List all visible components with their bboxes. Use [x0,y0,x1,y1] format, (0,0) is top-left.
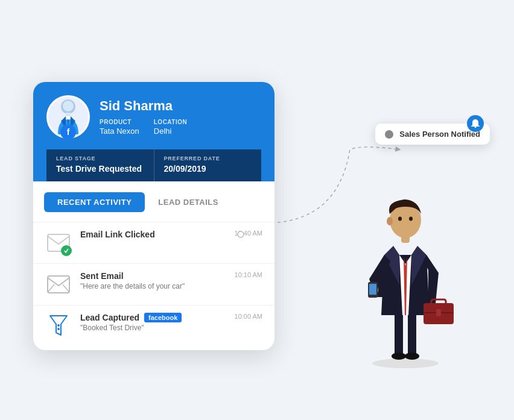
notif-dot [385,130,393,139]
lead-captured-time: 10:00 AM [235,313,262,320]
lead-captured-subtitle: "Booked Test Drive" [80,324,262,332]
bell-icon [471,119,480,128]
sent-email-subtitle: "Here are the details of your car" [80,282,262,290]
svg-rect-11 [408,309,416,357]
svg-rect-2 [66,113,71,116]
email-click-icon [45,230,72,256]
svg-point-12 [392,353,406,360]
lead-stage-item: LEAD STAGE Test Drive Requested [46,149,154,181]
scene: f Sid Sharma PRODUCT Tata Nexon LOCATION… [0,0,514,420]
svg-rect-5 [48,276,69,293]
location-meta: LOCATION Delhi [154,119,187,136]
card-header: f Sid Sharma PRODUCT Tata Nexon LOCATION… [33,82,274,181]
product-label: PRODUCT [100,119,139,125]
activity-item-email-click: 10:40 AM Email Link Clicked [33,222,274,263]
sent-email-icon [45,271,72,298]
business-person-svg [345,177,466,369]
svg-point-9 [372,359,439,368]
lead-captured-icon [45,313,72,339]
facebook-tag: facebook [144,313,182,322]
stage-bar: LEAD STAGE Test Drive Requested PREFERRE… [46,149,261,181]
tab-lead-details[interactable]: LEAD DETAILS [145,192,232,212]
svg-rect-10 [395,309,403,357]
preferred-date-label: PREFERRED DATE [164,155,252,161]
svg-rect-20 [436,309,441,316]
facebook-badge: f [60,124,76,140]
location-value: Delhi [154,127,172,136]
email-click-content: 10:40 AM Email Link Clicked [80,230,262,240]
location-label: LOCATION [154,119,187,125]
svg-point-4 [238,231,244,237]
connector-dot [237,231,244,238]
profile-name: Sid Sharma [100,98,187,114]
svg-point-23 [398,217,402,221]
business-person-illustration [345,177,466,372]
product-meta: PRODUCT Tata Nexon [100,119,139,136]
svg-point-13 [405,353,419,360]
email-icon-2 [47,275,70,293]
lead-stage-label: LEAD STAGE [56,155,144,161]
svg-point-25 [387,217,393,225]
activity-item-lead-captured: 10:00 AM Lead Captured facebook "Booked … [33,305,274,346]
preferred-date-item: PREFERRED DATE 20/09/2019 [154,149,262,181]
lead-captured-content: 10:00 AM Lead Captured facebook "Booked … [80,313,262,332]
activity-item-sent-email: 10:10 AM Sent Email "Here are the detail… [33,263,274,305]
svg-rect-8 [475,127,477,128]
svg-rect-16 [369,284,376,295]
sent-email-time: 10:10 AM [235,271,262,278]
tabs: RECENT ACTIVITY LEAD DETAILS [33,192,274,212]
svg-point-24 [409,217,413,221]
bell-icon-wrap [467,115,484,132]
profile-meta: PRODUCT Tata Nexon LOCATION Delhi [100,119,187,136]
tab-recent-activity[interactable]: RECENT ACTIVITY [44,192,145,212]
svg-point-7 [57,328,60,330]
svg-point-6 [57,324,60,327]
check-icon [61,245,72,256]
activity-list: 10:40 AM Email Link Clicked [33,218,274,350]
notification-text: Sales Person Notified [399,130,480,139]
card-body: RECENT ACTIVITY LEAD DETAILS [33,181,274,350]
notification-bubble: Sales Person Notified [375,124,490,145]
profile-section: f Sid Sharma PRODUCT Tata Nexon LOCATION… [46,95,261,149]
lead-stage-value: Test Drive Requested [56,164,142,174]
funnel-icon [48,313,69,339]
product-value: Tata Nexon [100,127,139,136]
avatar-wrap: f [46,95,90,139]
profile-info: Sid Sharma PRODUCT Tata Nexon LOCATION D… [100,98,187,136]
lead-card: f Sid Sharma PRODUCT Tata Nexon LOCATION… [33,82,274,350]
sent-email-content: 10:10 AM Sent Email "Here are the detail… [80,271,262,290]
svg-point-1 [63,101,74,111]
preferred-date-value: 20/09/2019 [164,164,206,174]
